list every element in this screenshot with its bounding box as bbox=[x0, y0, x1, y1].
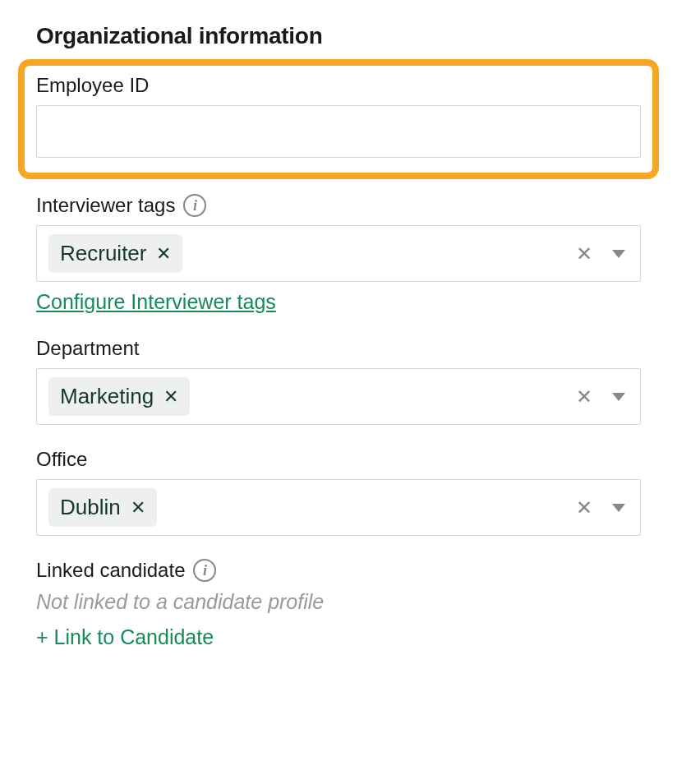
office-select[interactable]: Dublin ✕ ✕ bbox=[36, 479, 641, 536]
info-icon[interactable]: i bbox=[193, 559, 216, 582]
dropdown-caret-icon[interactable] bbox=[612, 393, 625, 401]
department-field: Department Marketing ✕ ✕ bbox=[36, 337, 641, 425]
chip-label: Recruiter bbox=[60, 241, 146, 266]
clear-all-icon[interactable]: ✕ bbox=[569, 384, 599, 410]
linked-candidate-status: Not linked to a candidate profile bbox=[36, 590, 641, 614]
tag-chip: Recruiter ✕ bbox=[48, 234, 182, 273]
remove-chip-icon[interactable]: ✕ bbox=[131, 499, 145, 517]
configure-interviewer-tags-link[interactable]: Configure Interviewer tags bbox=[36, 290, 276, 314]
clear-all-icon[interactable]: ✕ bbox=[569, 495, 599, 521]
interviewer-tags-field: Interviewer tags i Recruiter ✕ ✕ Configu… bbox=[36, 194, 641, 314]
office-field: Office Dublin ✕ ✕ bbox=[36, 448, 641, 536]
interviewer-tags-label-text: Interviewer tags bbox=[36, 194, 175, 217]
dropdown-caret-icon[interactable] bbox=[612, 504, 625, 512]
interviewer-tags-select[interactable]: Recruiter ✕ ✕ bbox=[36, 225, 641, 282]
remove-chip-icon[interactable]: ✕ bbox=[163, 388, 178, 406]
linked-candidate-label: Linked candidate i bbox=[36, 559, 641, 582]
tag-chip: Marketing ✕ bbox=[48, 377, 190, 416]
dropdown-caret-icon[interactable] bbox=[612, 250, 625, 258]
section-title: Organizational information bbox=[36, 23, 641, 49]
remove-chip-icon[interactable]: ✕ bbox=[156, 245, 171, 263]
linked-candidate-label-text: Linked candidate bbox=[36, 559, 185, 582]
info-icon[interactable]: i bbox=[183, 194, 206, 217]
interviewer-tags-label: Interviewer tags i bbox=[36, 194, 641, 217]
chip-label: Marketing bbox=[60, 384, 154, 409]
employee-id-highlight: Employee ID bbox=[18, 59, 659, 179]
clear-all-icon[interactable]: ✕ bbox=[569, 241, 599, 267]
chip-label: Dublin bbox=[60, 495, 121, 520]
office-label: Office bbox=[36, 448, 641, 471]
department-select[interactable]: Marketing ✕ ✕ bbox=[36, 368, 641, 425]
link-to-candidate-button[interactable]: + Link to Candidate bbox=[36, 625, 641, 649]
department-label: Department bbox=[36, 337, 641, 360]
employee-id-input[interactable] bbox=[36, 105, 641, 158]
linked-candidate-field: Linked candidate i Not linked to a candi… bbox=[36, 559, 641, 649]
tag-chip: Dublin ✕ bbox=[48, 488, 157, 527]
employee-id-label: Employee ID bbox=[36, 74, 641, 97]
